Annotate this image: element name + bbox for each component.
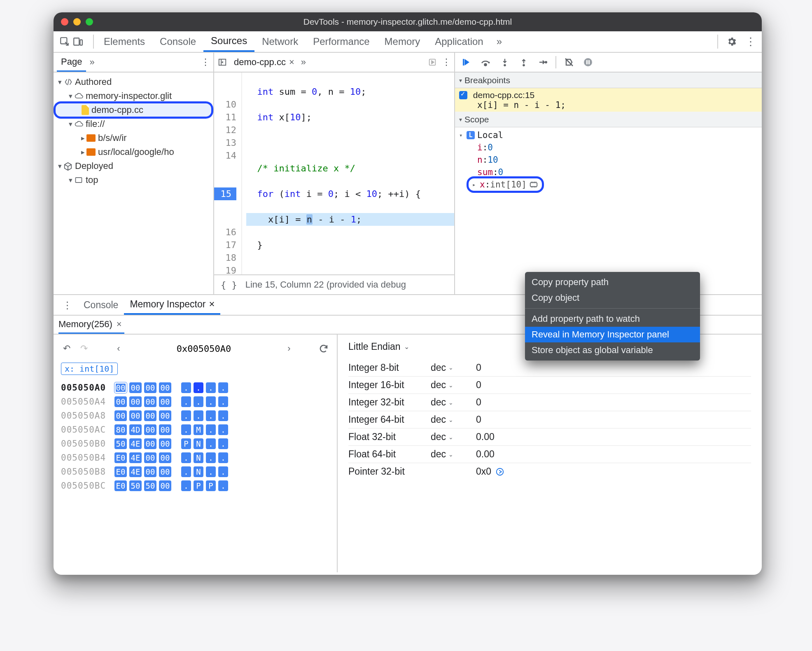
value-format-selector[interactable]: dec⌄ xyxy=(431,449,476,460)
hex-byte[interactable]: 00 xyxy=(144,452,156,463)
maximize-window-icon[interactable] xyxy=(86,18,93,26)
hex-byte[interactable]: 00 xyxy=(144,424,156,435)
hex-row[interactable]: 005050A800000000.... xyxy=(61,409,329,423)
hex-byte[interactable]: 4D xyxy=(129,424,142,435)
editor-more-tabs-icon[interactable]: » xyxy=(301,57,306,68)
more-tabs-icon[interactable]: » xyxy=(493,36,505,47)
settings-gear-icon[interactable] xyxy=(726,36,737,47)
hex-row[interactable]: 005050A000000000.... xyxy=(61,381,329,395)
hex-byte[interactable]: 00 xyxy=(159,466,171,477)
hex-byte[interactable]: E0 xyxy=(114,452,127,463)
window-controls[interactable] xyxy=(54,18,93,26)
tree-domain-label[interactable]: memory-inspector.glit xyxy=(86,91,172,101)
step-over-icon[interactable] xyxy=(478,54,494,70)
refresh-icon[interactable] xyxy=(318,344,329,354)
tree-file-scheme[interactable]: file:// xyxy=(86,119,105,129)
hex-byte[interactable]: 00 xyxy=(144,410,156,421)
toggle-navigator-icon[interactable] xyxy=(217,58,227,67)
hex-byte[interactable]: 4E xyxy=(129,438,142,449)
tree-file-demo-cpp[interactable]: demo-cpp.cc xyxy=(91,105,143,115)
kebab-menu-icon[interactable]: ⋮ xyxy=(745,35,756,48)
drawer-tab-console[interactable]: Console xyxy=(78,295,124,315)
minimize-window-icon[interactable] xyxy=(73,18,81,26)
hex-byte[interactable]: 50 xyxy=(144,480,156,491)
value-format-selector[interactable]: dec⌄ xyxy=(431,397,476,408)
editor-tab-demo-cpp[interactable]: demo-cpp.cc × xyxy=(232,57,296,68)
hex-byte[interactable]: 00 xyxy=(144,382,156,393)
hex-byte[interactable]: 50 xyxy=(129,480,142,491)
hex-row[interactable]: 005050BCE0505000.PP. xyxy=(61,479,329,493)
breakpoints-header[interactable]: Breakpoints xyxy=(455,73,762,88)
hex-row[interactable]: 005050A400000000.... xyxy=(61,395,329,409)
hex-byte[interactable]: 00 xyxy=(129,410,142,421)
tab-network[interactable]: Network xyxy=(254,31,306,52)
value-format-selector[interactable]: dec⌄ xyxy=(431,379,476,391)
hex-byte[interactable]: 00 xyxy=(159,452,171,463)
context-menu-item[interactable]: Copy property path xyxy=(525,274,700,290)
tree-folder-1[interactable]: b/s/w/ir xyxy=(98,133,127,143)
hex-byte[interactable]: 80 xyxy=(114,424,127,435)
hex-row[interactable]: 005050AC804D0000.M.. xyxy=(61,423,329,437)
redo-icon[interactable]: ↷ xyxy=(78,343,90,354)
hex-byte[interactable]: E0 xyxy=(114,480,127,491)
navigator-tab-page[interactable]: Page xyxy=(57,53,86,72)
code-body[interactable]: int sum = 0, n = 10; int x[10]; /* initi… xyxy=(242,73,454,274)
jump-to-address-icon[interactable] xyxy=(495,467,504,476)
hex-byte[interactable]: 00 xyxy=(114,410,127,421)
navigator-more-tabs-icon[interactable]: » xyxy=(86,57,98,68)
address-input[interactable] xyxy=(130,340,278,357)
context-menu[interactable]: Copy property pathCopy objectAdd propert… xyxy=(525,272,700,361)
context-menu-item[interactable]: Store object as global variable xyxy=(525,342,700,358)
pause-icon[interactable] xyxy=(580,54,596,70)
tab-elements[interactable]: Elements xyxy=(96,31,152,52)
inspect-element-icon[interactable] xyxy=(59,36,70,47)
file-tree[interactable]: ▾ Authored ▾ memory-inspector.glit demo-… xyxy=(54,73,213,190)
editor-menu-icon[interactable]: ⋮ xyxy=(442,57,451,68)
hex-byte[interactable]: 00 xyxy=(159,382,171,393)
hex-byte[interactable]: 00 xyxy=(114,396,127,407)
hex-byte[interactable]: 00 xyxy=(144,438,156,449)
tab-application[interactable]: Application xyxy=(427,31,490,52)
deactivate-breakpoints-icon[interactable] xyxy=(561,54,577,70)
close-icon[interactable]: × xyxy=(117,319,122,330)
tree-folder-2[interactable]: usr/local/google/ho xyxy=(98,147,174,157)
next-page-icon[interactable]: › xyxy=(283,343,295,354)
memory-tab[interactable]: Memory(256) × xyxy=(58,316,124,334)
hex-row[interactable]: 005050B4E04E0000.N.. xyxy=(61,451,329,465)
hex-byte[interactable]: 00 xyxy=(159,396,171,407)
close-tab-icon[interactable]: × xyxy=(209,298,215,310)
memory-object-chip[interactable]: x: int[10] xyxy=(61,363,118,375)
checkbox-icon[interactable] xyxy=(459,91,467,99)
memory-icon[interactable] xyxy=(529,181,538,188)
close-tab-icon[interactable]: × xyxy=(289,57,294,68)
navigator-menu-icon[interactable]: ⋮ xyxy=(201,57,210,68)
hex-table[interactable]: 005050A000000000....005050A400000000....… xyxy=(61,381,329,493)
tab-performance[interactable]: Performance xyxy=(306,31,377,52)
value-format-selector[interactable]: dec⌄ xyxy=(431,414,476,425)
step-out-icon[interactable] xyxy=(516,54,532,70)
hex-byte[interactable]: 00 xyxy=(129,396,142,407)
tab-sources[interactable]: Sources xyxy=(203,31,254,52)
context-menu-item[interactable]: Add property path to watch xyxy=(525,311,700,327)
context-menu-item[interactable]: Copy object xyxy=(525,290,700,306)
hex-byte[interactable]: 50 xyxy=(114,438,127,449)
device-emulation-icon[interactable] xyxy=(72,36,83,47)
tab-console[interactable]: Console xyxy=(152,31,203,52)
hex-byte[interactable]: E0 xyxy=(114,466,127,477)
hex-row[interactable]: 005050B0504E0000PN.. xyxy=(61,437,329,451)
tab-memory[interactable]: Memory xyxy=(377,31,428,52)
hex-byte[interactable]: 00 xyxy=(159,438,171,449)
code-editor[interactable]: 1011121314 15 1617181920 int sum = 0, n … xyxy=(214,73,454,274)
value-format-selector[interactable]: dec⌄ xyxy=(431,431,476,443)
resume-icon[interactable] xyxy=(459,54,475,70)
hex-byte[interactable]: 00 xyxy=(159,424,171,435)
hex-byte[interactable]: 00 xyxy=(159,480,171,491)
drawer-tab-memory-inspector[interactable]: Memory Inspector × xyxy=(124,295,220,315)
hex-row[interactable]: 005050B8E04E0000.N.. xyxy=(61,465,329,479)
context-menu-item[interactable]: Reveal in Memory Inspector panel xyxy=(525,327,700,342)
hex-byte[interactable]: 00 xyxy=(144,466,156,477)
scope-var-x[interactable]: ▸ x: int[10] xyxy=(469,179,541,190)
undo-icon[interactable]: ↶ xyxy=(61,343,72,354)
tree-top-frame[interactable]: top xyxy=(86,175,98,185)
breakpoint-item[interactable]: demo-cpp.cc:15 x[i] = n - i - 1; xyxy=(455,88,762,112)
